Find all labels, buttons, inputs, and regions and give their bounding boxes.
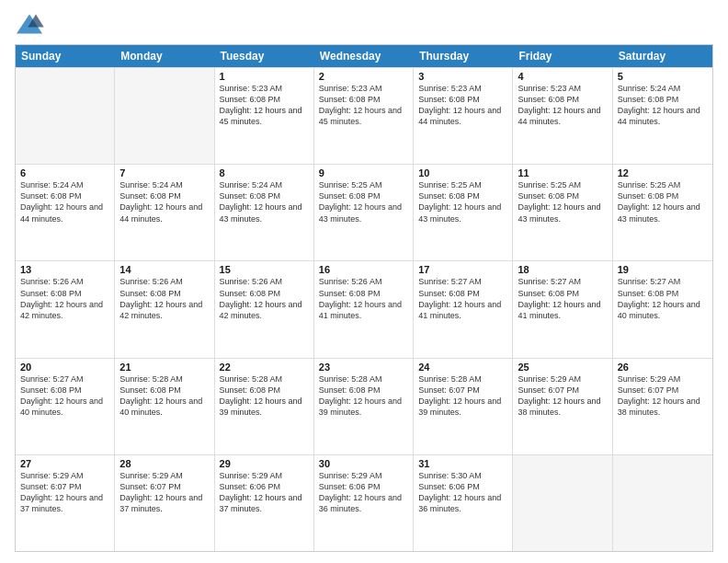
- day-info: Sunrise: 5:28 AMSunset: 6:08 PMDaylight:…: [119, 373, 209, 419]
- calendar-cell-30: 30Sunrise: 5:29 AMSunset: 6:06 PMDayligh…: [314, 455, 414, 551]
- day-info: Sunrise: 5:25 AMSunset: 6:08 PMDaylight:…: [418, 179, 507, 224]
- calendar-cell-empty: [16, 68, 115, 164]
- calendar-cell-28: 28Sunrise: 5:29 AMSunset: 6:07 PMDayligh…: [115, 455, 214, 551]
- header-day-monday: Monday: [115, 45, 214, 67]
- day-number: 31: [418, 458, 507, 469]
- calendar-cell-12: 12Sunrise: 5:25 AMSunset: 6:08 PMDayligh…: [613, 165, 712, 260]
- calendar-cell-empty: [115, 68, 214, 164]
- calendar-header: SundayMondayTuesdayWednesdayThursdayFrid…: [16, 45, 712, 67]
- header: [15, 11, 713, 37]
- day-info: Sunrise: 5:27 AMSunset: 6:08 PMDaylight:…: [518, 276, 607, 321]
- header-day-wednesday: Wednesday: [314, 45, 414, 67]
- day-number: 14: [119, 264, 209, 275]
- calendar-cell-20: 20Sunrise: 5:27 AMSunset: 6:08 PMDayligh…: [16, 359, 115, 454]
- day-info: Sunrise: 5:28 AMSunset: 6:08 PMDaylight:…: [220, 373, 309, 419]
- day-number: 15: [220, 264, 309, 275]
- day-number: 6: [20, 167, 109, 178]
- day-number: 22: [220, 362, 309, 373]
- day-number: 25: [518, 362, 607, 373]
- day-number: 13: [20, 264, 109, 275]
- day-number: 19: [618, 264, 708, 275]
- day-info: Sunrise: 5:23 AMSunset: 6:08 PMDaylight:…: [518, 83, 607, 128]
- day-number: 21: [119, 362, 209, 373]
- day-info: Sunrise: 5:25 AMSunset: 6:08 PMDaylight:…: [518, 179, 607, 224]
- page: SundayMondayTuesdayWednesdayThursdayFrid…: [0, 0, 728, 563]
- day-info: Sunrise: 5:23 AMSunset: 6:08 PMDaylight:…: [220, 83, 309, 128]
- day-info: Sunrise: 5:26 AMSunset: 6:08 PMDaylight:…: [20, 276, 109, 321]
- day-info: Sunrise: 5:27 AMSunset: 6:08 PMDaylight:…: [418, 276, 507, 321]
- day-info: Sunrise: 5:28 AMSunset: 6:08 PMDaylight:…: [319, 373, 408, 419]
- calendar-cell-16: 16Sunrise: 5:26 AMSunset: 6:08 PMDayligh…: [314, 261, 414, 357]
- calendar-cell-7: 7Sunrise: 5:24 AMSunset: 6:08 PMDaylight…: [115, 165, 214, 260]
- day-info: Sunrise: 5:26 AMSunset: 6:08 PMDaylight:…: [119, 276, 209, 321]
- day-number: 20: [20, 362, 109, 373]
- day-info: Sunrise: 5:24 AMSunset: 6:08 PMDaylight:…: [119, 179, 209, 224]
- calendar-cell-10: 10Sunrise: 5:25 AMSunset: 6:08 PMDayligh…: [414, 165, 513, 260]
- calendar-cell-23: 23Sunrise: 5:28 AMSunset: 6:08 PMDayligh…: [314, 359, 414, 454]
- day-number: 1: [220, 71, 309, 82]
- day-info: Sunrise: 5:28 AMSunset: 6:07 PMDaylight:…: [418, 373, 507, 419]
- day-info: Sunrise: 5:27 AMSunset: 6:08 PMDaylight:…: [618, 276, 708, 321]
- day-info: Sunrise: 5:23 AMSunset: 6:08 PMDaylight:…: [319, 83, 408, 128]
- day-number: 23: [319, 362, 408, 373]
- logo-icon: [15, 11, 44, 37]
- calendar: SundayMondayTuesdayWednesdayThursdayFrid…: [15, 44, 713, 552]
- calendar-cell-empty: [613, 455, 712, 551]
- calendar-row-3: 20Sunrise: 5:27 AMSunset: 6:08 PMDayligh…: [16, 358, 712, 454]
- day-number: 27: [20, 458, 109, 469]
- calendar-cell-14: 14Sunrise: 5:26 AMSunset: 6:08 PMDayligh…: [115, 261, 214, 357]
- day-number: 26: [618, 362, 708, 373]
- day-info: Sunrise: 5:29 AMSunset: 6:07 PMDaylight:…: [119, 470, 209, 515]
- calendar-cell-5: 5Sunrise: 5:24 AMSunset: 6:08 PMDaylight…: [613, 68, 712, 164]
- day-info: Sunrise: 5:27 AMSunset: 6:08 PMDaylight:…: [20, 373, 109, 419]
- day-number: 12: [618, 167, 708, 178]
- header-day-sunday: Sunday: [16, 45, 115, 67]
- header-day-friday: Friday: [513, 45, 612, 67]
- day-info: Sunrise: 5:24 AMSunset: 6:08 PMDaylight:…: [618, 83, 708, 128]
- day-number: 4: [518, 71, 607, 82]
- day-number: 24: [418, 362, 507, 373]
- calendar-cell-27: 27Sunrise: 5:29 AMSunset: 6:07 PMDayligh…: [16, 455, 115, 551]
- calendar-cell-6: 6Sunrise: 5:24 AMSunset: 6:08 PMDaylight…: [16, 165, 115, 260]
- calendar-cell-22: 22Sunrise: 5:28 AMSunset: 6:08 PMDayligh…: [215, 359, 314, 454]
- day-number: 17: [418, 264, 507, 275]
- calendar-row-0: 1Sunrise: 5:23 AMSunset: 6:08 PMDaylight…: [16, 67, 712, 164]
- calendar-cell-29: 29Sunrise: 5:29 AMSunset: 6:06 PMDayligh…: [215, 455, 314, 551]
- calendar-body: 1Sunrise: 5:23 AMSunset: 6:08 PMDaylight…: [16, 67, 712, 551]
- calendar-cell-empty: [513, 455, 612, 551]
- day-number: 28: [119, 458, 209, 469]
- day-info: Sunrise: 5:26 AMSunset: 6:08 PMDaylight:…: [220, 276, 309, 321]
- day-info: Sunrise: 5:25 AMSunset: 6:08 PMDaylight:…: [618, 179, 708, 224]
- day-info: Sunrise: 5:29 AMSunset: 6:07 PMDaylight:…: [618, 373, 708, 419]
- day-info: Sunrise: 5:30 AMSunset: 6:06 PMDaylight:…: [418, 470, 507, 515]
- day-info: Sunrise: 5:29 AMSunset: 6:06 PMDaylight:…: [220, 470, 309, 515]
- day-number: 5: [618, 71, 708, 82]
- day-info: Sunrise: 5:29 AMSunset: 6:07 PMDaylight:…: [20, 470, 109, 515]
- day-info: Sunrise: 5:24 AMSunset: 6:08 PMDaylight:…: [220, 179, 309, 224]
- day-number: 2: [319, 71, 408, 82]
- day-number: 11: [518, 167, 607, 178]
- calendar-cell-17: 17Sunrise: 5:27 AMSunset: 6:08 PMDayligh…: [414, 261, 513, 357]
- day-number: 7: [119, 167, 209, 178]
- calendar-cell-15: 15Sunrise: 5:26 AMSunset: 6:08 PMDayligh…: [215, 261, 314, 357]
- day-info: Sunrise: 5:29 AMSunset: 6:07 PMDaylight:…: [518, 373, 607, 419]
- calendar-cell-8: 8Sunrise: 5:24 AMSunset: 6:08 PMDaylight…: [215, 165, 314, 260]
- calendar-cell-19: 19Sunrise: 5:27 AMSunset: 6:08 PMDayligh…: [613, 261, 712, 357]
- day-number: 3: [418, 71, 507, 82]
- calendar-cell-18: 18Sunrise: 5:27 AMSunset: 6:08 PMDayligh…: [513, 261, 612, 357]
- calendar-row-2: 13Sunrise: 5:26 AMSunset: 6:08 PMDayligh…: [16, 260, 712, 357]
- day-number: 29: [220, 458, 309, 469]
- day-number: 30: [319, 458, 408, 469]
- day-info: Sunrise: 5:24 AMSunset: 6:08 PMDaylight:…: [20, 179, 109, 224]
- calendar-cell-21: 21Sunrise: 5:28 AMSunset: 6:08 PMDayligh…: [115, 359, 214, 454]
- calendar-cell-24: 24Sunrise: 5:28 AMSunset: 6:07 PMDayligh…: [414, 359, 513, 454]
- calendar-cell-4: 4Sunrise: 5:23 AMSunset: 6:08 PMDaylight…: [513, 68, 612, 164]
- calendar-cell-31: 31Sunrise: 5:30 AMSunset: 6:06 PMDayligh…: [414, 455, 513, 551]
- day-number: 8: [220, 167, 309, 178]
- day-info: Sunrise: 5:26 AMSunset: 6:08 PMDaylight:…: [319, 276, 408, 321]
- calendar-cell-13: 13Sunrise: 5:26 AMSunset: 6:08 PMDayligh…: [16, 261, 115, 357]
- calendar-row-4: 27Sunrise: 5:29 AMSunset: 6:07 PMDayligh…: [16, 454, 712, 551]
- day-number: 10: [418, 167, 507, 178]
- calendar-cell-11: 11Sunrise: 5:25 AMSunset: 6:08 PMDayligh…: [513, 165, 612, 260]
- day-info: Sunrise: 5:23 AMSunset: 6:08 PMDaylight:…: [418, 83, 507, 128]
